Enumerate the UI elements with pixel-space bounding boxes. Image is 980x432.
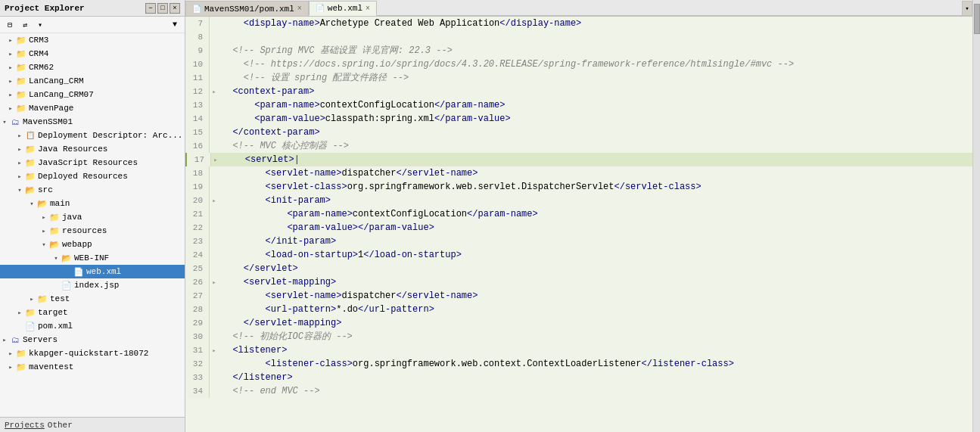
code-line-9: 9 <!-- Spring MVC 基础设置 详见官网: 22.3 --> — [185, 44, 972, 57]
tree-item-kkapger[interactable]: ▸ 📁 kkapger-quickstart-18072 — [0, 347, 185, 360]
line-fold[interactable] — [210, 112, 219, 126]
folder-icon: 📁 — [36, 294, 48, 303]
line-fold[interactable] — [210, 330, 219, 343]
item-label: pom.xml — [38, 322, 73, 331]
line-fold[interactable] — [210, 71, 219, 85]
line-fold[interactable] — [210, 139, 219, 153]
line-fold[interactable] — [210, 57, 219, 71]
collapse-all-button[interactable]: ⊟ — [3, 18, 17, 32]
line-fold[interactable] — [210, 303, 219, 316]
tree-item-index-jsp[interactable]: 📄 index.jsp — [0, 278, 185, 292]
folder-icon: 📂 — [36, 199, 48, 208]
item-label: Deployed Resources — [38, 172, 128, 181]
tab-pom-xml[interactable]: 📄 MavenSSM01/pom.xml × — [185, 1, 309, 16]
line-fold[interactable] — [210, 357, 219, 371]
tree-item-crm3[interactable]: ▸ 📁 CRM3 — [0, 33, 185, 47]
projects-link[interactable]: Projects — [5, 421, 45, 430]
tree-item-target[interactable]: ▸ 📁 target — [0, 306, 185, 319]
code-text: <servlet-name>dispatcher</servlet-name> — [219, 289, 972, 303]
code-text: </servlet> — [219, 262, 972, 275]
expand-button[interactable]: ▼ — [168, 18, 182, 32]
expand-icon: ▸ — [15, 172, 24, 181]
main-layout: Project Explorer − □ × ⊟ ⇄ ▾ ▼ ▸ 📁 CRM3 — [0, 0, 980, 432]
line-fold[interactable]: ▸ — [211, 153, 220, 166]
tab-close-button[interactable]: × — [297, 5, 302, 13]
tree-item-src[interactable]: ▾ 📂 src — [0, 183, 185, 197]
item-label: index.jsp — [74, 281, 119, 290]
line-fold[interactable]: ▸ — [210, 275, 219, 289]
code-text: </context-param> — [219, 126, 972, 139]
code-text — [219, 30, 972, 44]
expand-icon: ▸ — [27, 294, 36, 303]
tab-list-button[interactable]: ▾ — [962, 1, 972, 16]
tree-item-web-xml[interactable]: 📄 web.xml — [0, 265, 185, 278]
line-fold[interactable] — [210, 180, 219, 194]
tree-item-crm4[interactable]: ▸ 📁 CRM4 — [0, 47, 185, 61]
vertical-scrollbar[interactable] — [972, 0, 980, 432]
line-fold[interactable]: ▸ — [210, 85, 219, 98]
folder-icon: 📁 — [15, 36, 27, 45]
editor-area[interactable]: 7 <display-name>Archetype Created Web Ap… — [185, 17, 972, 432]
item-label: test — [50, 294, 70, 303]
item-label: Servers — [23, 335, 58, 344]
tree-item-web-inf[interactable]: ▾ 📂 WEB-INF — [0, 251, 185, 265]
xml-file-icon2: 📄 — [24, 322, 36, 331]
line-fold[interactable] — [210, 44, 219, 57]
close-button[interactable]: × — [170, 3, 180, 14]
line-fold[interactable] — [210, 384, 219, 398]
right-panel: 📄 MavenSSM01/pom.xml × 📄 web.xml × ▾ 7 <… — [185, 0, 972, 432]
tree-item-javascript-resources[interactable]: ▸ 📁 JavaScript Resources — [0, 156, 185, 169]
code-line-18: 18 <servlet-name>dispatcher</servlet-nam… — [185, 166, 972, 180]
scrollbar-thumb[interactable] — [974, 4, 980, 34]
item-label: WEB-INF — [74, 253, 109, 263]
line-fold[interactable] — [210, 207, 219, 221]
tree-item-crm62[interactable]: ▸ 📁 CRM62 — [0, 61, 185, 74]
link-editor-button[interactable]: ⇄ — [18, 18, 32, 32]
code-line-17: 17 ▸ <servlet>| — [185, 153, 972, 166]
line-fold[interactable] — [210, 98, 219, 112]
tree-item-webapp[interactable]: ▾ 📂 webapp — [0, 238, 185, 251]
line-fold[interactable] — [210, 235, 219, 248]
tree-item-test[interactable]: ▸ 📁 test — [0, 292, 185, 306]
tree-item-main[interactable]: ▾ 📂 main — [0, 197, 185, 210]
tree-item-lancang-crm[interactable]: ▸ 📁 LanCang_CRM — [0, 74, 185, 88]
minimize-button[interactable]: − — [145, 3, 156, 14]
editor-content: 7 <display-name>Archetype Created Web Ap… — [185, 17, 972, 398]
server-icon: 🗂 — [9, 335, 21, 344]
line-fold[interactable] — [210, 262, 219, 275]
tree-item-java[interactable]: ▸ 📁 java — [0, 210, 185, 224]
line-fold[interactable] — [210, 166, 219, 180]
folder-icon: 📂 — [24, 185, 36, 194]
line-fold[interactable] — [210, 248, 219, 262]
line-fold[interactable] — [210, 17, 219, 30]
line-fold[interactable] — [210, 221, 219, 235]
line-fold[interactable] — [210, 371, 219, 384]
line-fold[interactable] — [210, 30, 219, 44]
tree-area[interactable]: ▸ 📁 CRM3 ▸ 📁 CRM4 ▸ 📁 CRM62 ▸ — [0, 33, 185, 417]
tree-item-maventest[interactable]: ▸ 📁 maventest — [0, 360, 185, 374]
restore-button[interactable]: □ — [157, 3, 168, 14]
item-label: maventest — [29, 362, 73, 371]
tree-item-mavenpage[interactable]: ▸ 📁 MavenPage — [0, 101, 185, 115]
line-fold[interactable] — [210, 316, 219, 330]
expand-icon — [51, 281, 61, 290]
tree-item-deployment-descriptor[interactable]: ▸ 📋 Deployment Descriptor: Arc... — [0, 129, 185, 142]
tab-web-xml[interactable]: 📄 web.xml × — [309, 1, 377, 16]
tree-item-pom-xml[interactable]: 📄 pom.xml — [0, 319, 185, 333]
code-text: <servlet-name>dispatcher</servlet-name> — [219, 166, 972, 180]
line-fold[interactable]: ▸ — [210, 194, 219, 207]
code-line-11: 11 <!-- 设置 spring 配置文件路径 --> — [185, 71, 972, 85]
tree-item-resources[interactable]: ▸ 📁 resources — [0, 224, 185, 238]
line-fold[interactable] — [210, 289, 219, 303]
line-fold[interactable]: ▸ — [210, 343, 219, 357]
line-fold[interactable] — [210, 126, 219, 139]
code-text: <param-name>contextConfigLocation</param… — [219, 207, 972, 221]
tree-item-servers[interactable]: ▸ 🗂 Servers — [0, 333, 185, 347]
tab-close-button[interactable]: × — [366, 5, 370, 13]
tree-item-deployed-resources[interactable]: ▸ 📁 Deployed Resources — [0, 169, 185, 183]
folder-icon: 📁 — [15, 49, 27, 58]
tree-item-lancang-crm07[interactable]: ▸ 📁 LanCang_CRM07 — [0, 88, 185, 101]
view-menu-button[interactable]: ▾ — [33, 18, 47, 32]
tree-item-java-resources[interactable]: ▸ 📁 Java Resources — [0, 142, 185, 156]
tree-item-mavenssm01[interactable]: ▾ 🗂 MavenSSM01 — [0, 115, 185, 129]
